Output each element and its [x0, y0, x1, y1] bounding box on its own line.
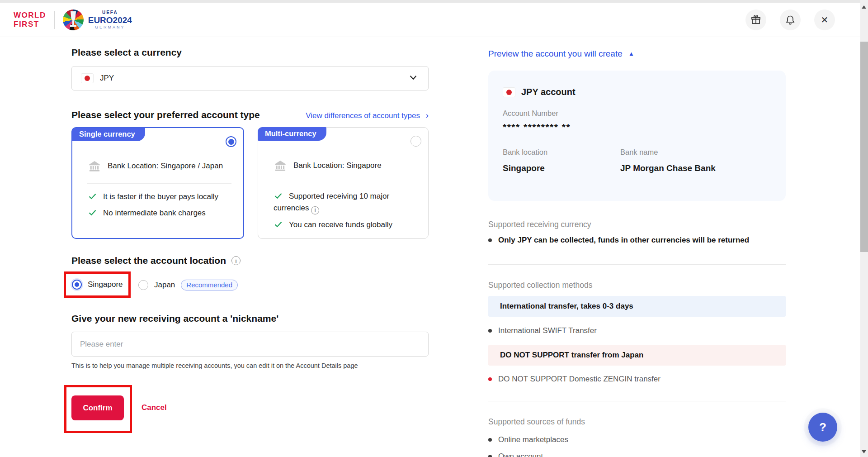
japan-flag-icon	[503, 87, 515, 97]
bank-location-label: Bank location	[503, 148, 620, 157]
benefit-text: You can receive funds globally	[289, 220, 392, 229]
bullet-icon	[488, 455, 492, 457]
location-option-japan[interactable]: Japan Recommended	[138, 280, 238, 290]
uefa-label: UEFA	[102, 10, 118, 15]
source-item-text: Online marketplaces	[498, 435, 568, 444]
section-divider	[488, 264, 786, 265]
account-type-header-row: Please select your preferred account typ…	[71, 109, 429, 120]
view-differences-label: View differences of account types	[306, 111, 420, 120]
check-icon	[88, 208, 97, 217]
bell-icon	[785, 14, 796, 25]
collapse-arrow-icon: ▲	[628, 50, 634, 57]
nickname-input[interactable]	[71, 332, 429, 357]
close-icon: ✕	[821, 14, 829, 25]
benefit-text: It is faster if the buyer pays locally	[103, 192, 218, 201]
collection-warning-text: DO NOT SUPPORT transfer from Japan	[500, 351, 643, 360]
location-section-header: Please select the account location i	[71, 255, 241, 266]
info-icon[interactable]: i	[231, 256, 241, 265]
bank-location-text: Bank Location: Singapore / Japan	[108, 161, 223, 172]
bank-name-value: JP Morgan Chase Bank	[620, 163, 716, 173]
preview-account-title: JPY account	[521, 87, 576, 97]
preview-toggle-label: Preview the account you will create	[488, 49, 623, 58]
section-divider	[488, 401, 786, 401]
check-icon	[274, 219, 283, 229]
scrollbar-thumb[interactable]	[860, 42, 868, 252]
collection-highlight-row: International transfer, takes 0-3 days	[488, 296, 786, 317]
sources-of-funds-heading: Supported sources of funds	[488, 417, 585, 427]
info-icon[interactable]: i	[311, 206, 319, 214]
bank-location-value: Singapore	[503, 163, 620, 173]
benefit-item: It is faster if the buyer pays locally	[88, 191, 231, 203]
receiving-note-text: Only JPY can be collected, funds in othe…	[498, 236, 749, 245]
scroll-up-arrow-icon[interactable]	[862, 5, 866, 9]
gift-button[interactable]	[745, 10, 766, 30]
location-option-singapore[interactable]: Singapore	[72, 280, 123, 290]
benefit-text: Supported receiving 10 major currencies	[274, 192, 389, 212]
bank-location-row: Bank Location: Singapore / Japan	[88, 154, 231, 178]
preview-toggle-link[interactable]: Preview the account you will create ▲	[488, 49, 634, 59]
currency-selected-value: JPY	[100, 74, 114, 83]
collection-warning-row: DO NOT SUPPORT transfer from Japan	[488, 345, 786, 366]
bank-location-row: Bank Location: Singapore	[274, 154, 416, 177]
collection-item-text: International SWIFT Transfer	[498, 326, 597, 335]
confirm-button[interactable]: Confirm	[71, 395, 124, 420]
close-button[interactable]: ✕	[814, 10, 835, 30]
euro2024-logo: UEFA EURO2024 GERMANY	[63, 10, 132, 30]
account-type-card-multi-currency[interactable]: Multi-currency Bank Location: Singapore …	[258, 127, 429, 239]
collection-warning-item-row: DO NOT SUPPORT Domestic ZENGIN transfer	[488, 375, 660, 384]
collection-item-row: International SWIFT Transfer	[488, 326, 597, 335]
scroll-down-arrow-icon[interactable]	[862, 450, 866, 453]
source-item-text: Own account	[498, 452, 543, 457]
help-icon: ?	[819, 420, 826, 434]
worldfirst-logo: WORLD FIRST	[14, 11, 46, 29]
source-item-row: Online marketplaces	[488, 435, 568, 444]
bank-detail-grid: Bank location Singapore Bank name JP Mor…	[503, 148, 770, 173]
nickname-section-title: Give your new receiving account a 'nickn…	[71, 313, 278, 324]
singapore-radio[interactable]	[72, 280, 82, 290]
cancel-button[interactable]: Cancel	[142, 403, 167, 412]
view-differences-link[interactable]: View differences of account types ›	[306, 110, 429, 120]
collection-methods-heading: Supported collection methods	[488, 281, 593, 290]
euro2024-wordmark: UEFA EURO2024 GERMANY	[88, 10, 132, 29]
chevron-down-icon	[407, 71, 419, 85]
account-type-card-single-currency[interactable]: Single currency Bank Location: Singapore…	[71, 127, 244, 239]
multi-currency-radio[interactable]	[410, 136, 421, 147]
germany-label: GERMANY	[95, 25, 125, 29]
recommended-badge: Recommended	[181, 280, 238, 290]
single-currency-tag: Single currency	[72, 128, 145, 141]
location-section-title: Please select the account location	[71, 255, 226, 266]
japan-label: Japan	[154, 281, 175, 290]
bullet-icon	[488, 329, 492, 333]
japan-flag-icon	[81, 73, 94, 83]
bullet-icon	[488, 238, 492, 242]
receiving-currency-heading: Supported receiving currency	[488, 220, 591, 229]
gift-icon	[750, 14, 761, 25]
header-actions: ✕	[745, 10, 860, 30]
card-divider	[273, 183, 416, 183]
account-type-section-title: Please select your preferred account typ…	[71, 109, 260, 120]
euro2024-label: EURO2024	[88, 16, 132, 24]
header: WORLD FIRST UEFA EURO2024 GERMANY	[0, 3, 860, 37]
single-currency-radio[interactable]	[226, 136, 236, 147]
bank-name-label: Bank name	[620, 148, 716, 157]
multi-currency-tag: Multi-currency	[258, 127, 326, 141]
app-window: WORLD FIRST UEFA EURO2024 GERMANY	[0, 0, 868, 457]
preview-card-title-row: JPY account	[503, 87, 770, 97]
currency-select[interactable]: JPY	[71, 66, 429, 90]
card-divider	[87, 183, 231, 184]
japan-radio[interactable]	[138, 280, 148, 290]
nickname-helper-text: This is to help you manage multiple rece…	[71, 362, 358, 369]
bank-location-text: Bank Location: Singapore	[293, 160, 382, 171]
singapore-label: Singapore	[88, 280, 123, 289]
account-number-value: **** ******** **	[503, 122, 770, 133]
bank-icon	[274, 159, 287, 172]
benefit-item: Supported receiving 10 major currencies …	[274, 190, 416, 214]
account-preview-card: JPY account Account Number **** ********…	[488, 71, 786, 201]
vertical-scrollbar[interactable]	[860, 0, 868, 457]
red-bullet-icon	[488, 377, 492, 381]
notifications-button[interactable]	[780, 10, 801, 30]
bank-icon	[88, 160, 101, 172]
collection-highlight-text: International transfer, takes 0-3 days	[500, 302, 633, 311]
benefit-item: No intermediate bank charges	[88, 207, 231, 219]
help-button[interactable]: ?	[808, 413, 837, 442]
